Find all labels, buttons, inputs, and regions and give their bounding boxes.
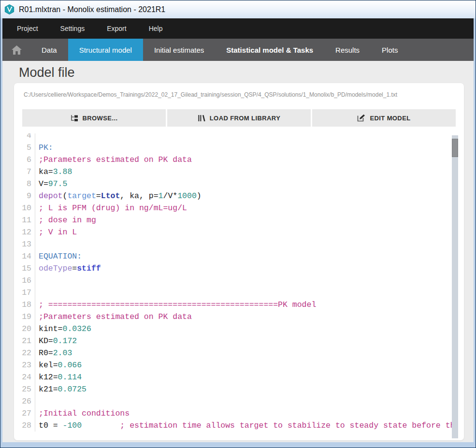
code-lines: 45PK:6;Parameters estimated on PK data7k… <box>21 133 458 432</box>
menu-help[interactable]: Help <box>149 25 163 32</box>
code-line: 27;Initial conditions <box>21 407 458 419</box>
edit-model-button-label: EDIT MODEL <box>370 115 410 122</box>
line-number: 20 <box>21 323 35 335</box>
code-line: 10; L is PFM (drug) in ng/mL=ug/L <box>21 202 458 214</box>
window-titlebar[interactable]: R01.mlxtran - Monolix estimation - 2021R… <box>0 0 476 18</box>
edit-pencil-icon <box>357 114 365 122</box>
line-number: 14 <box>21 250 35 262</box>
line-number: 16 <box>21 275 35 287</box>
model-file-card: C:/Users/celliere/Workspace/Demos_Traini… <box>14 83 464 440</box>
code-line: 9depot(target=Ltot, ka, p=1/V*1000) <box>21 190 458 202</box>
tab-data[interactable]: Data <box>30 39 68 61</box>
line-number: 28 <box>21 419 35 432</box>
code-line: 25k21=0.0725 <box>21 383 458 395</box>
tab-structural-model[interactable]: Structural model <box>68 39 143 61</box>
menu-project[interactable]: Project <box>17 25 38 32</box>
code-line: 7ka=3.88 <box>21 166 458 178</box>
code-line: 17 <box>21 287 458 299</box>
browse-button-label: BROWSE... <box>83 115 118 122</box>
model-toolbar: BROWSE... LOAD FROM LIBRARY <box>22 109 456 127</box>
code-line: 23kel=0.066 <box>21 359 458 371</box>
page-title: Model file <box>19 65 474 80</box>
code-line: 26 <box>21 395 458 407</box>
line-number: 12 <box>21 226 35 238</box>
code-line: 22R0=2.03 <box>21 347 458 359</box>
editor-scrollbar-thumb[interactable] <box>452 139 458 157</box>
window-title: R01.mlxtran - Monolix estimation - 2021R… <box>19 5 165 14</box>
home-icon <box>12 45 22 55</box>
line-number: 9 <box>21 190 35 202</box>
code-line: 18; ====================================… <box>21 299 458 311</box>
line-number: 25 <box>21 383 35 395</box>
edit-model-button[interactable]: EDIT MODEL <box>312 109 456 127</box>
menu-settings[interactable]: Settings <box>60 25 85 32</box>
code-line: 11; dose in mg <box>21 214 458 226</box>
code-line: 21KD=0.172 <box>21 335 458 347</box>
line-number: 8 <box>21 178 35 190</box>
model-file-path: C:/Users/celliere/Workspace/Demos_Traini… <box>14 83 464 103</box>
code-line: 8V=97.5 <box>21 178 458 190</box>
line-number: 21 <box>21 335 35 347</box>
line-number: 15 <box>21 262 35 275</box>
tab-home[interactable] <box>2 39 30 61</box>
line-number: 22 <box>21 347 35 359</box>
line-number: 17 <box>21 287 35 299</box>
model-code-editor[interactable]: 45PK:6;Parameters estimated on PK data7k… <box>21 133 458 438</box>
monolix-logo-icon <box>4 4 15 15</box>
line-number: 7 <box>21 166 35 178</box>
tab-initial-estimates[interactable]: Initial estimates <box>143 39 215 61</box>
line-number: 6 <box>21 154 35 166</box>
tab-statistical-model-tasks[interactable]: Statistical model & Tasks <box>215 39 324 61</box>
line-number: 24 <box>21 371 35 383</box>
line-number: 13 <box>21 238 35 250</box>
app-body: Project Settings Export Help Data Struct… <box>2 18 474 442</box>
line-number: 18 <box>21 299 35 311</box>
line-number: 11 <box>21 214 35 226</box>
code-line: 19;Parameters estimated on PK data <box>21 311 458 323</box>
tab-results[interactable]: Results <box>324 39 371 61</box>
browse-button[interactable]: BROWSE... <box>22 109 166 127</box>
code-line: 13 <box>21 238 458 250</box>
line-number: 5 <box>21 142 35 154</box>
code-line: 15odeType=stiff <box>21 262 458 275</box>
code-line: 28t0 = -100 ; estimation time allows tar… <box>21 419 458 432</box>
library-icon <box>198 115 205 122</box>
line-number: 4 <box>21 133 35 142</box>
code-line: 24k12=0.114 <box>21 371 458 383</box>
line-number: 19 <box>21 311 35 323</box>
app-window: R01.mlxtran - Monolix estimation - 2021R… <box>0 0 476 448</box>
load-from-library-button-label: LOAD FROM LIBRARY <box>210 115 280 122</box>
line-number: 10 <box>21 202 35 214</box>
editor-scrollbar[interactable] <box>452 135 458 438</box>
code-line: 20kint=0.0326 <box>21 323 458 335</box>
line-number: 27 <box>21 407 35 419</box>
code-line: 6;Parameters estimated on PK data <box>21 154 458 166</box>
code-line: 14EQUATION: <box>21 250 458 262</box>
tab-plots[interactable]: Plots <box>371 39 409 61</box>
code-line: 5PK: <box>21 142 458 154</box>
line-number: 23 <box>21 359 35 371</box>
load-from-library-button[interactable]: LOAD FROM LIBRARY <box>167 109 311 127</box>
code-line: 16 <box>21 275 458 287</box>
line-number: 26 <box>21 395 35 407</box>
menu-bar: Project Settings Export Help <box>2 18 474 39</box>
page-content: Model file C:/Users/celliere/Workspace/D… <box>2 61 474 442</box>
file-tree-icon <box>71 115 78 122</box>
code-line: 4 <box>21 133 458 142</box>
main-tab-bar: Data Structural model Initial estimates … <box>2 39 474 61</box>
menu-export[interactable]: Export <box>107 25 126 32</box>
code-line: 12; V in L <box>21 226 458 238</box>
